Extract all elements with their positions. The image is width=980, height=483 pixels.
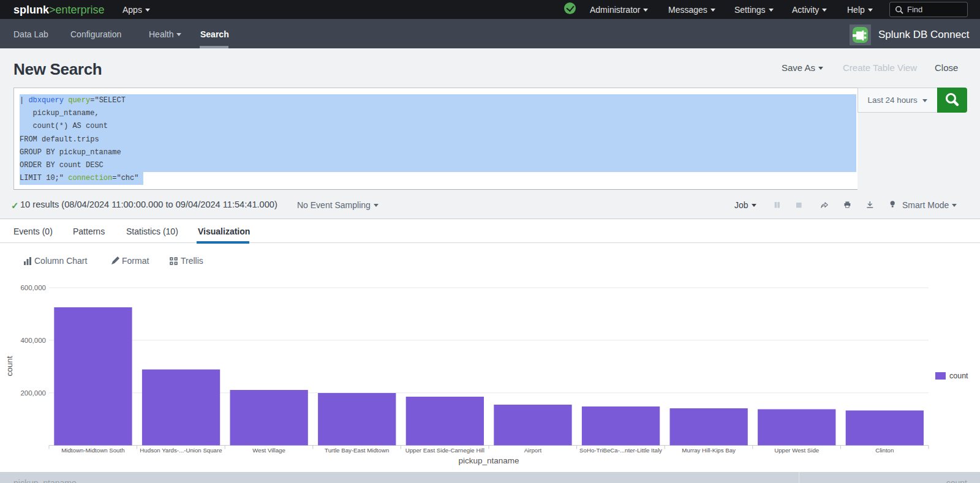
svg-text:count: count <box>5 356 14 376</box>
svg-text:400,000: 400,000 <box>20 337 46 344</box>
svg-text:Murray Hill-Kips Bay: Murray Hill-Kips Bay <box>682 447 736 454</box>
svg-text:Hudson Yards-...-Union Square: Hudson Yards-...-Union Square <box>140 447 222 454</box>
svg-text:Upper East Side-Carnegie Hill: Upper East Side-Carnegie Hill <box>405 447 484 454</box>
svg-text:West Village: West Village <box>252 447 285 454</box>
svg-text:200,000: 200,000 <box>20 389 46 397</box>
svg-text:Airport: Airport <box>524 447 542 454</box>
svg-text:Clinton: Clinton <box>875 447 894 454</box>
svg-text:Midtown-Midtown South: Midtown-Midtown South <box>61 447 124 454</box>
svg-text:pickup_ntaname: pickup_ntaname <box>458 456 519 465</box>
svg-text:600,000: 600,000 <box>20 284 46 291</box>
svg-text:count: count <box>949 372 968 380</box>
svg-text:SoHo-TriBeCa-...nter-Little It: SoHo-TriBeCa-...nter-Little Italy <box>579 447 662 454</box>
svg-text:Upper West Side: Upper West Side <box>774 447 819 454</box>
svg-text:Turtle Bay-East Midtown: Turtle Bay-East Midtown <box>325 447 389 454</box>
